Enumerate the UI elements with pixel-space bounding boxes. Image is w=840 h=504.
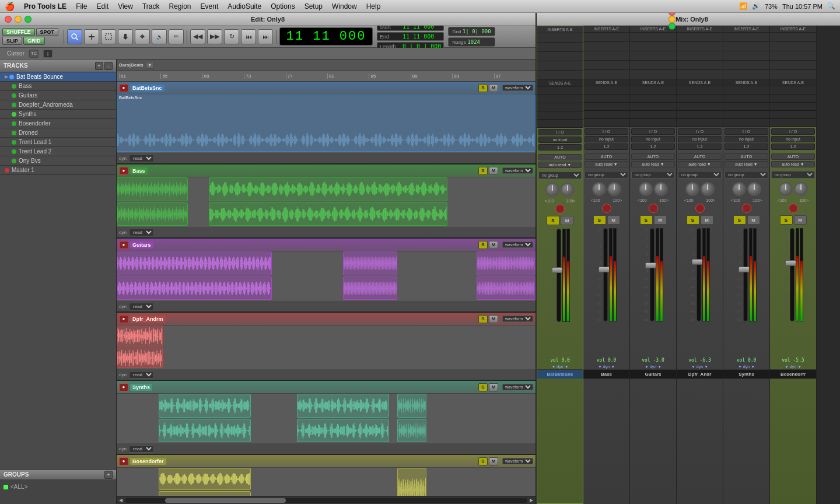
audio-region[interactable] <box>343 251 397 275</box>
dyn-display[interactable]: ▼ dyn ▼ <box>691 364 708 369</box>
end-value[interactable]: 11 11 000 <box>402 33 434 40</box>
mute-mini-btn[interactable]: M <box>489 383 498 391</box>
insert-slot[interactable] <box>583 61 629 70</box>
solo-button[interactable]: S <box>640 215 653 225</box>
pan-knob-left[interactable] <box>592 182 606 196</box>
shuffle-button[interactable]: SHUFFLE <box>2 28 35 36</box>
send-slot[interactable] <box>630 119 676 127</box>
pan-knob-left[interactable] <box>545 183 559 197</box>
rec-enable-btn[interactable]: ● <box>119 315 128 323</box>
channel-name[interactable]: Synths <box>723 369 769 379</box>
track-item-bat-beats-bounce[interactable]: ▶Bat Beats Bounce <box>0 72 116 82</box>
send-slot[interactable] <box>583 86 629 94</box>
insert-slot[interactable] <box>630 61 676 70</box>
insert-slot[interactable] <box>770 61 816 70</box>
audio-region[interactable] <box>159 468 251 490</box>
scrub-tool[interactable]: 🔊 <box>152 29 167 44</box>
send-slot[interactable] <box>537 120 583 128</box>
dyn-ctrl[interactable]: dyn <box>119 446 127 452</box>
pan-knob-right[interactable] <box>794 182 808 196</box>
channel-name[interactable]: Guitars <box>630 369 676 379</box>
auto-read[interactable]: auto read ▼ <box>584 161 628 167</box>
io-12[interactable]: 1-2 <box>584 144 628 150</box>
mute-button[interactable]: M <box>701 215 713 225</box>
rec-enable-btn[interactable]: ● <box>119 241 128 249</box>
pan-right-val[interactable]: 100> <box>612 198 622 202</box>
menu-options[interactable]: Options <box>271 2 295 10</box>
group-select[interactable]: no group <box>584 171 628 178</box>
dyn-display[interactable]: ▼ dyn ▼ <box>551 364 568 369</box>
insert-slot[interactable] <box>537 43 583 52</box>
no-input[interactable]: no input <box>631 136 675 142</box>
send-slot[interactable] <box>537 87 583 95</box>
audio-region[interactable] <box>117 326 163 346</box>
send-slot[interactable] <box>583 94 629 103</box>
send-slot[interactable] <box>723 94 769 103</box>
insert-slot[interactable] <box>630 70 676 79</box>
pan-knob-right[interactable] <box>654 182 668 196</box>
audio-region[interactable]: BatBetsSnc <box>117 94 536 152</box>
pencil-tool[interactable]: ✏ <box>169 29 184 44</box>
send-slot[interactable] <box>630 103 676 111</box>
io-12[interactable]: 1-2 <box>678 144 722 150</box>
tracks-collapse-btn[interactable]: - <box>104 62 113 70</box>
send-slot[interactable] <box>630 94 676 103</box>
io-12[interactable]: 1-2 <box>538 144 582 150</box>
nudge-panel[interactable]: Nudge 1024 <box>448 37 495 47</box>
audio-region[interactable] <box>343 276 397 300</box>
grid-button[interactable]: GRID <box>23 37 45 45</box>
pan-right-val[interactable]: 100> <box>752 198 762 202</box>
insert-slot[interactable] <box>677 51 723 61</box>
insert-slot[interactable] <box>723 33 769 42</box>
bb-expand-btn[interactable]: ▼ <box>146 62 154 69</box>
insert-slot[interactable] <box>770 42 816 51</box>
audio-region[interactable] <box>477 251 536 275</box>
send-slot[interactable] <box>630 111 676 119</box>
menu-window[interactable]: Window <box>332 2 357 10</box>
send-slot[interactable] <box>677 86 723 94</box>
automation-select[interactable]: read <box>129 155 154 162</box>
pan-knob-right[interactable] <box>561 183 575 197</box>
track-view-select[interactable]: waveform <box>502 458 533 464</box>
no-input[interactable]: no input <box>678 136 722 142</box>
pan-right-val[interactable]: 100> <box>706 198 715 202</box>
rec-enable-btn[interactable]: ● <box>119 457 128 466</box>
automation-select[interactable]: read <box>129 229 154 236</box>
mute-mini-btn[interactable]: M <box>489 167 498 175</box>
insert-slot[interactable] <box>723 51 769 61</box>
automation-select[interactable]: read <box>129 371 154 379</box>
pan-knob-left[interactable] <box>779 182 793 196</box>
send-slot[interactable] <box>723 119 769 127</box>
audio-region[interactable] <box>117 348 163 369</box>
audio-region[interactable] <box>117 177 188 201</box>
dyn-display[interactable]: ▼ dyn ▼ <box>785 364 802 369</box>
end-btn[interactable]: ⏭ <box>258 29 273 44</box>
send-slot[interactable] <box>723 103 769 111</box>
no-input[interactable]: no input <box>538 136 582 143</box>
pan-left-val[interactable]: <100 <box>545 199 554 203</box>
rec-enable-btn[interactable]: ● <box>119 84 128 92</box>
zoom-tool[interactable] <box>67 29 82 44</box>
insert-slot[interactable] <box>630 42 676 51</box>
send-slot[interactable] <box>630 86 676 94</box>
no-input[interactable]: no input <box>724 136 768 142</box>
send-slot[interactable] <box>583 103 629 111</box>
solo-button[interactable]: S <box>547 216 559 225</box>
track-item-doepfer_andromeda[interactable]: Doepfer_Andromeda <box>0 100 116 110</box>
dyn-display[interactable]: ▼ dyn ▼ <box>738 364 755 369</box>
dyn-ctrl[interactable]: dyn <box>119 230 127 235</box>
slip-button[interactable]: SLIP <box>2 37 22 45</box>
send-slot[interactable] <box>677 103 723 111</box>
window-controls[interactable] <box>5 16 32 23</box>
audio-region[interactable] <box>397 468 426 496</box>
io-12[interactable]: 1-2 <box>771 144 815 150</box>
channel-name[interactable]: Bass <box>583 369 629 379</box>
tracks-expand-btn[interactable]: + <box>95 62 103 70</box>
pan-knob-right[interactable] <box>607 182 621 196</box>
track-item-bosendorfer[interactable]: Bosendorfer <box>0 119 116 128</box>
tc-display-btn[interactable]: TC <box>29 50 38 58</box>
send-slot[interactable] <box>770 119 816 127</box>
grab-tool[interactable] <box>118 29 133 44</box>
search-icon[interactable]: 🔍 <box>827 2 835 10</box>
menu-region[interactable]: Region <box>169 2 191 10</box>
